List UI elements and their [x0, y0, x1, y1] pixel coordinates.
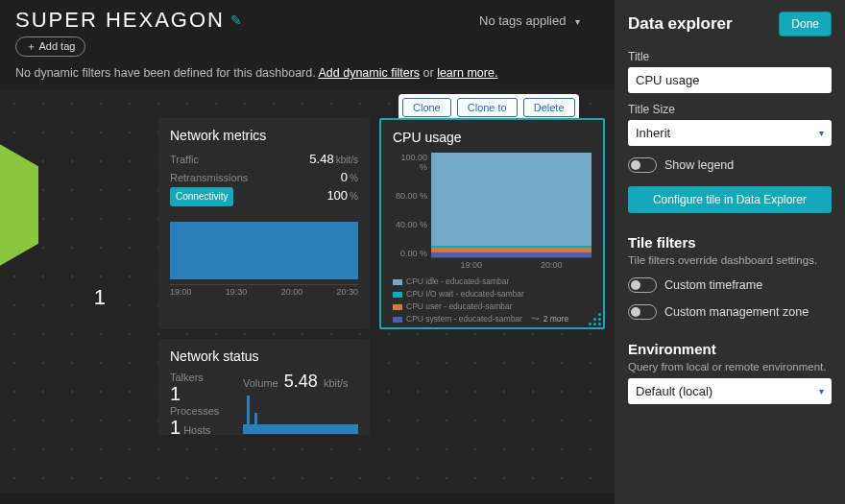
add-filters-link[interactable]: Add dynamic filters — [318, 66, 420, 80]
custom-timeframe-toggle[interactable] — [628, 277, 657, 293]
network-metrics-tile[interactable]: Network metrics Traffic5.48kbit/s Retran… — [158, 118, 370, 329]
show-legend-toggle[interactable] — [628, 157, 657, 173]
add-tag-button[interactable]: ＋ Add tag — [15, 36, 85, 57]
chevron-down-icon: ▾ — [819, 386, 824, 396]
cpu-legend: CPU idle - educated-sambar CPU I/O wait … — [393, 276, 592, 325]
tile-filters-sub: Tile filters override dashboard settings… — [628, 254, 832, 266]
connectivity-chip: Connectivity — [170, 187, 233, 206]
show-legend-label: Show legend — [664, 158, 734, 172]
cpu-usage-tile[interactable]: CPU usage 100.00 % 80.00 % 40.00 % 0.00 … — [379, 118, 605, 329]
add-tag-row: ＋ Add tag — [0, 36, 615, 62]
hexagon-icon — [0, 128, 38, 282]
topbar: SUPER HEXAGON ✎ No tags applied ▾ — [0, 0, 615, 36]
chevron-down-icon: ▾ — [575, 16, 580, 27]
environment-heading: Environment — [628, 341, 832, 357]
title-size-label: Title Size — [628, 103, 832, 116]
data-explorer-panel: Data explorer Done Title Title Size Inhe… — [615, 0, 845, 504]
environment-sub: Query from local or remote environment. — [628, 361, 832, 372]
legend-more-link[interactable]: 2 more — [543, 313, 568, 325]
network-status-tile[interactable]: Network status Talkers 1Processes 1Hosts… — [158, 339, 370, 435]
status-sparkline — [243, 396, 358, 434]
configure-tile-button[interactable]: Configure tile in Data Explorer — [628, 186, 832, 213]
tile-filters-heading: Tile filters — [628, 234, 832, 251]
tile-title: Network status — [170, 348, 358, 364]
edit-title-icon[interactable]: ✎ — [230, 12, 242, 28]
delete-button[interactable]: Delete — [523, 98, 575, 117]
tile-title: CPU usage — [393, 130, 592, 145]
title-size-select[interactable]: Inherit ▾ — [628, 120, 832, 146]
done-button[interactable]: Done — [779, 12, 832, 36]
dashboard-main: SUPER HEXAGON ✎ No tags applied ▾ ＋ Add … — [0, 0, 615, 504]
hexagon-count: 1 — [94, 285, 106, 310]
tile-actions-popover: Clone Clone to Delete — [398, 94, 579, 121]
clone-button[interactable]: Clone — [402, 98, 451, 117]
clone-to-button[interactable]: Clone to — [457, 98, 518, 117]
resize-handle-icon[interactable] — [588, 312, 601, 325]
title-label: Title — [628, 50, 832, 63]
cpu-chart: 100.00 % 80.00 % 40.00 % 0.00 % — [393, 153, 592, 258]
title-input[interactable] — [628, 67, 832, 93]
tags-label: No tags applied — [479, 13, 566, 28]
dashboard-grid[interactable]: Clone Clone to Delete 1 Network metrics … — [0, 89, 615, 492]
brand-title: SUPER HEXAGON — [15, 8, 225, 33]
chevron-down-icon: ▾ — [819, 128, 824, 138]
custom-mz-toggle[interactable] — [628, 304, 657, 320]
tags-dropdown[interactable]: No tags applied ▾ — [479, 13, 580, 28]
network-sparkline: 19:00 19:30 20:00 20:30 — [170, 220, 358, 297]
panel-title: Data explorer — [628, 14, 733, 34]
hexagon-tile[interactable]: 1 — [0, 118, 115, 310]
environment-select[interactable]: Default (local) ▾ — [628, 378, 832, 404]
learn-more-link[interactable]: learn more. — [437, 66, 497, 80]
tile-title: Network metrics — [170, 128, 358, 143]
dynamic-filters-notice: No dynamic filters have been defined for… — [0, 62, 615, 89]
